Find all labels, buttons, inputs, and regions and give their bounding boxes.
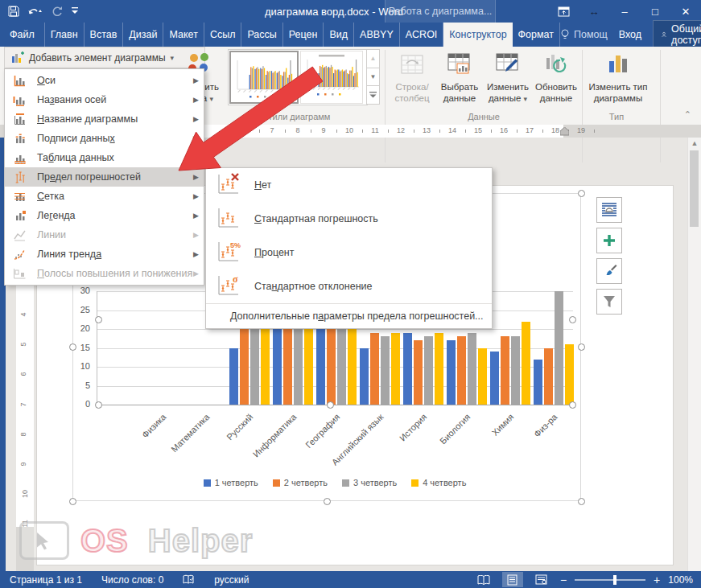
error-bars-submenu: Нет Стандартная погрешность 5%Процент σС… [205,167,493,329]
minimize-button[interactable]: – [609,0,640,23]
ruler-number: 9 [321,126,325,134]
menu-item-8[interactable]: Легенда▶ [5,206,204,225]
menu-item-3[interactable]: Название диаграммы▶ [5,109,204,129]
layout-options-button[interactable] [596,197,622,223]
percent-icon: 5% [216,240,243,266]
share-button[interactable]: Общий доступ [653,20,701,49]
menu-item-icon [13,209,29,222]
refresh-data-label-1: Обновить [535,81,577,93]
submenu-arrow-icon: ▶ [193,269,199,278]
row-column-button[interactable]: Строка/ столбец [390,50,435,104]
zoom-out-button[interactable]: − [560,574,567,586]
read-mode-button[interactable] [473,572,494,587]
language-indicator[interactable]: русский [204,574,258,586]
chart-styles-button[interactable] [596,258,622,284]
menu-item-label: Названия осей [37,94,193,105]
zoom-in-button[interactable]: + [654,574,660,586]
ruler-tick [517,130,518,133]
refresh-data-button[interactable]: Обновить данные [533,50,579,104]
chart-style-thumbnail-2[interactable] [300,51,363,104]
title-bar: диаграмма ворд.docx - Word Работа с диаг… [0,0,701,23]
menu-item-4[interactable]: Подписи данных▶ [5,129,204,148]
save-icon[interactable] [8,6,19,17]
help-button[interactable]: Помощ [560,29,608,40]
chart-styles-gallery[interactable] [228,49,368,105]
close-button[interactable]: ✕ [670,0,701,23]
proofing-status[interactable] [173,574,204,585]
tab-дизай[interactable]: Дизай [123,23,163,47]
print-layout-button[interactable] [502,572,523,587]
change-chart-type-button[interactable]: Изменить тип диаграммы [584,50,652,104]
submenu-item-2[interactable]: Стандартная погрешность [206,202,492,236]
menu-item-9[interactable]: Линии▶ [5,225,204,245]
chart-elements-button[interactable] [596,228,622,253]
tab-формат[interactable]: Формат [513,23,560,47]
menu-item-label: Легенда [37,210,193,221]
submenu-item-4[interactable]: σСтандартное отклонение [206,269,492,303]
tab-рассы[interactable]: Рассы [241,23,282,47]
ribbon-display-options-button[interactable] [548,0,579,23]
tab-главн[interactable]: Главн [45,23,85,47]
tab-встав[interactable]: Встав [85,23,124,47]
menu-item-11[interactable]: Полосы повышения и понижения▶ [5,264,204,283]
tab-вид[interactable]: Вид [324,23,354,47]
gallery-scroll-down-button[interactable]: ▼ [366,68,380,87]
collapse-ribbon-button[interactable]: ⌃ [684,109,691,120]
web-layout-button[interactable] [531,572,552,587]
row-column-label-2: столбец [394,93,429,104]
select-data-button[interactable]: Выбрать данные [436,50,483,104]
refresh-data-icon [543,50,569,79]
customize-qat-button[interactable] [71,6,79,16]
redo-button[interactable] [52,6,63,17]
word-count[interactable]: Число слов: 0 [92,574,173,586]
tabbar-right-cluster: Помощ Вход Общий доступ [560,23,701,47]
ruler-tick [259,130,260,133]
menu-item-icon [13,228,29,241]
submenu-item-1[interactable]: Нет [206,168,492,202]
edit-data-button[interactable]: Изменить данные ▾ [484,50,532,105]
page-indicator[interactable]: Страница 1 из 1 [0,574,92,586]
help-label: Помощ [574,29,608,40]
menu-item-10[interactable]: Линия тренда▶ [5,245,204,264]
vertical-scrollbar[interactable]: ▲ [687,138,701,571]
menu-item-label: Сетка [37,191,193,202]
tab-ссыл[interactable]: Ссыл [204,23,242,47]
right-indent-marker[interactable] [560,127,569,136]
web-layout-icon [535,574,547,585]
tab-acroi[interactable]: ACROI [400,23,444,47]
ruler-number: 9 [19,462,27,466]
sign-in-button[interactable]: Вход [619,29,641,40]
zoom-level[interactable]: 100% [668,574,693,586]
zoom-slider[interactable] [575,579,645,581]
menu-item-1[interactable]: Оси▶ [5,71,204,90]
submenu-item-3[interactable]: 5%Процент [206,236,492,269]
maximize-button[interactable]: □ [640,0,670,23]
print-layout-icon [507,574,518,586]
submenu-item-label: Нет [254,179,271,191]
more-error-bars-options[interactable]: Дополнительные параметры предела погрешн… [206,303,492,328]
edit-data-icon [495,50,521,79]
row-column-icon [400,50,424,79]
scrollbar-thumb[interactable] [690,150,699,227]
ruler-tick [594,130,595,133]
menu-item-7[interactable]: Сетка▶ [5,187,204,206]
zoom-slider-thumb[interactable] [613,575,616,585]
tab-конструктор[interactable]: Конструктор [443,23,512,47]
tab-макет[interactable]: Макет [163,23,204,47]
ruler-number: 18 [551,126,559,134]
tab-рецен[interactable]: Рецен [283,23,324,47]
menu-item-label: Название диаграммы [37,113,193,125]
tab-файл[interactable]: Файл [0,23,45,47]
chart-style-thumbnail-1[interactable] [229,51,299,104]
scroll-up-icon[interactable]: ▲ [688,139,701,147]
quick-access-toolbar [0,6,79,17]
tab-abbyy[interactable]: ABBYY [354,23,400,47]
gallery-scroll-up-button[interactable]: ▲ [366,49,380,68]
submenu-arrow-icon: ▶ [193,134,199,142]
gallery-more-button[interactable] [366,85,380,105]
menu-item-2[interactable]: Названия осей▶ [5,90,204,109]
menu-item-5[interactable]: Таблица данных [5,148,204,167]
undo-button[interactable] [27,6,43,17]
chart-filters-button[interactable] [596,289,622,315]
menu-item-6[interactable]: Предел погрешностей▶ [5,167,204,187]
